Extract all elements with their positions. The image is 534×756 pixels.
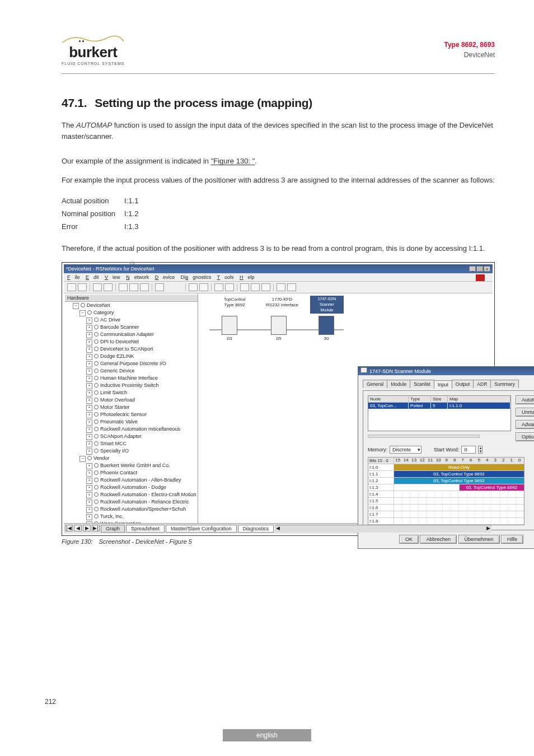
toolbar-button[interactable]	[67, 283, 76, 291]
toolbar-button[interactable]	[214, 283, 223, 291]
tree-node[interactable]: Human Machine Interface	[73, 375, 198, 382]
toolbar-button[interactable]	[251, 283, 260, 291]
nav-next-icon[interactable]: ▶	[83, 525, 91, 531]
network-canvas[interactable]: TopControlType 8692 1770-KFDRS232 Interf…	[198, 293, 493, 523]
tab-module[interactable]: Module	[387, 380, 410, 388]
toolbar-button[interactable]	[129, 283, 138, 291]
toolbar-button[interactable]	[155, 283, 164, 291]
tab-input[interactable]: Input	[434, 380, 452, 389]
tree-node[interactable]: Limit Switch	[73, 389, 198, 396]
close-button[interactable]: ×	[484, 266, 490, 272]
tree-node[interactable]: Dodge EZLINK	[73, 353, 198, 360]
tree-node[interactable]: DeviceNet to SCANport	[73, 346, 198, 353]
minimize-button[interactable]: _	[469, 266, 476, 272]
toolbar-button[interactable]	[189, 283, 198, 291]
tree-node[interactable]: Rockwell Automation - Electro-Craft Moti…	[73, 491, 198, 498]
tree-node[interactable]: SCANport Adapter	[73, 433, 198, 440]
window-controls: _□×	[469, 266, 490, 272]
ok-button[interactable]: OK	[399, 535, 419, 544]
apply-button[interactable]: Übernehmen	[458, 535, 500, 544]
tree-node[interactable]: Phoenix Contact	[73, 469, 198, 477]
tab-scanlist[interactable]: Scanlist	[410, 380, 434, 388]
unmap-button[interactable]: Unmap	[516, 408, 534, 417]
tree-node[interactable]: Turck, Inc.	[73, 513, 198, 520]
tree-node[interactable]: Category	[73, 309, 198, 316]
toolbar-button[interactable]	[240, 283, 249, 291]
col-type[interactable]: Type	[409, 396, 431, 402]
toolbar-button[interactable]	[78, 283, 87, 291]
spinner-icon[interactable]: ▲▼	[478, 446, 483, 454]
hardware-tree[interactable]: Hardware DeviceNetCategoryAC DriveBarcod…	[64, 293, 198, 523]
toolbar-button[interactable]	[277, 283, 285, 291]
tab-master-slave[interactable]: Master/Slave Configuration	[166, 525, 237, 533]
tree-node[interactable]: Photoelectric Sensor	[73, 411, 198, 418]
list-row[interactable]: 03, TopCon... Polled 5 I:1.1.0	[368, 403, 510, 409]
tree-node[interactable]: DPI to DeviceNet	[73, 338, 198, 346]
tab-diagnostics[interactable]: Diagnostics	[238, 525, 274, 533]
tree-node[interactable]: Barcode Scanner	[73, 324, 198, 331]
tree-node[interactable]: Pneumatic Valve	[73, 418, 198, 426]
tree-node[interactable]: Rockwell Automation - Allen-Bradley	[73, 477, 198, 484]
figure-link[interactable]: "Figure 130: "	[211, 157, 255, 165]
tree-node[interactable]: Rockwell Automation - Reliance Electric	[73, 498, 198, 506]
col-node[interactable]: Node	[368, 396, 409, 402]
tree-node[interactable]: Wago Corporation	[73, 520, 198, 523]
menu-help[interactable]: Help	[240, 274, 255, 280]
tree-node[interactable]: Rockwell Automation miscellaneous	[73, 426, 198, 433]
tree-node[interactable]: Vendor	[73, 455, 198, 462]
help-button[interactable]: Hilfe	[501, 535, 523, 544]
hscroll-icon[interactable]	[368, 435, 480, 438]
tree-node[interactable]: Rockwell Automation - Dodge	[73, 484, 198, 491]
toolbar-button[interactable]	[199, 283, 208, 291]
memory-select[interactable]: Discrete▾	[390, 446, 421, 454]
advanced-button[interactable]: Advanced...	[516, 420, 534, 429]
menu-device[interactable]: Device	[155, 274, 175, 280]
toolbar-button[interactable]	[93, 283, 102, 291]
nav-last-icon[interactable]: ▶|	[92, 525, 100, 531]
tree-node[interactable]: Motor Starter	[73, 404, 198, 411]
tab-output[interactable]: Output	[452, 380, 474, 388]
toolbar-button[interactable]	[140, 283, 149, 291]
menu-network[interactable]: Network	[126, 274, 149, 280]
nav-prev-icon[interactable]: ◀	[74, 525, 82, 531]
tree-node[interactable]: Motor Overload	[73, 396, 198, 404]
col-size[interactable]: Size	[431, 396, 448, 402]
tree-node[interactable]: Communication Adapter	[73, 331, 198, 338]
menu-edit[interactable]: Edit	[86, 274, 99, 280]
tree-node[interactable]: Generic Device	[73, 367, 198, 375]
menu-file[interactable]: File	[67, 274, 80, 280]
menu-diagnostics[interactable]: Diagnostics	[181, 274, 212, 280]
tree-node[interactable]: Buerkert Werke GmbH and Co.	[73, 462, 198, 469]
toolbar-button[interactable]	[119, 283, 128, 291]
device-node[interactable]: 03	[222, 316, 237, 341]
screenshot-figure: *DeviceNet - RSNetWorx for DeviceNet _□×…	[62, 262, 495, 536]
tree-node[interactable]: Specialty I/O	[73, 447, 198, 455]
col-map[interactable]: Map	[448, 396, 510, 402]
maximize-button[interactable]: □	[476, 266, 483, 272]
menu-view[interactable]: View	[105, 274, 120, 280]
tab-adr[interactable]: ADR	[473, 380, 491, 388]
tab-summary[interactable]: Summary	[490, 380, 518, 388]
cancel-button[interactable]: Abbrechen	[420, 535, 457, 544]
startword-input[interactable]: 0	[461, 446, 476, 454]
tab-graph[interactable]: Graph	[101, 525, 125, 533]
tree-node[interactable]: AC Drive	[73, 316, 198, 324]
tab-spreadsheet[interactable]: Spreadsheet	[126, 525, 165, 533]
device-node[interactable]: 30	[318, 316, 334, 341]
toolbar-button[interactable]	[104, 283, 113, 291]
tree-node[interactable]: Rockwell Automation/Sprecher+Schuh	[73, 506, 198, 513]
toolbar-button[interactable]	[261, 283, 270, 291]
toolbar-button[interactable]	[225, 283, 234, 291]
tree-node[interactable]: Smart MCC	[73, 440, 198, 447]
automap-button[interactable]: AutoMap	[516, 395, 534, 404]
tree-node[interactable]: Inductive Proximity Switch	[73, 382, 198, 389]
menu-tools[interactable]: Tools	[217, 274, 234, 280]
device-node[interactable]: 05	[271, 316, 287, 341]
tab-general[interactable]: General	[363, 380, 387, 388]
tree-node[interactable]: General Purpose Discrete I/O	[73, 360, 198, 367]
nav-first-icon[interactable]: |◀	[65, 525, 73, 531]
toolbar-button[interactable]	[287, 283, 296, 291]
options-button[interactable]: Options...	[516, 432, 534, 441]
node-listview[interactable]: Node Type Size Map 03, TopCon... P	[368, 395, 511, 431]
tree-node[interactable]: DeviceNet	[73, 302, 198, 309]
